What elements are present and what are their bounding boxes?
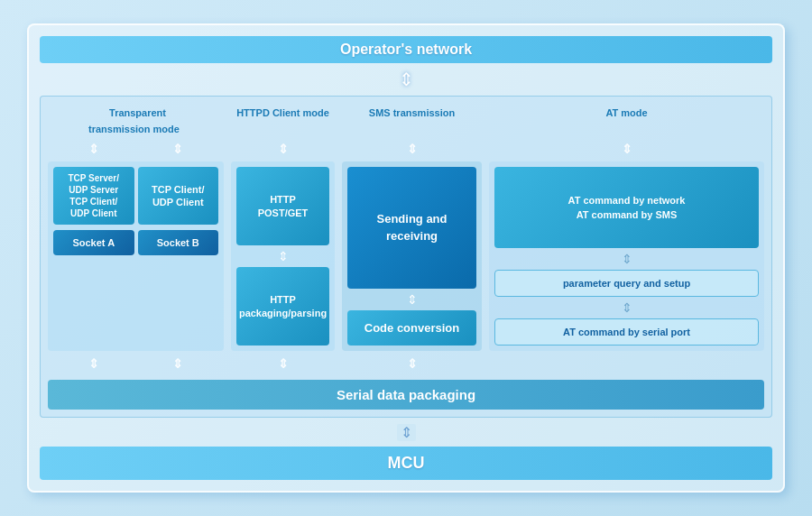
transparent-header: Transparenttransmission mode xyxy=(48,104,224,136)
trans-arrow1: ⇕ xyxy=(53,142,134,156)
at-header: AT mode xyxy=(489,104,764,136)
mcu-label: MCU xyxy=(388,454,425,472)
tcp-server-box: TCP Server/UDP ServerTCP Client/UDP Clie… xyxy=(53,167,134,225)
httpd-arrow1: ⇕ xyxy=(278,142,289,156)
operator-arrow-area: ⇕ xyxy=(40,70,772,88)
transparent-col: TCP Server/UDP ServerTCP Client/UDP Clie… xyxy=(48,161,224,351)
tcp-client-box: TCP Client/UDP Client xyxy=(138,167,219,225)
trans-bottom-arrows: ⇕ ⇕ xyxy=(48,356,224,371)
socket-row: Socket A Socket B xyxy=(53,230,218,255)
at-title: AT mode xyxy=(602,106,651,120)
socket-a-box: Socket A xyxy=(53,230,134,255)
sms-arrow1: ⇕ xyxy=(407,142,418,156)
main-diagram: Operator's network ⇕ Transparenttransmis… xyxy=(27,23,785,493)
sms-title: SMS transmission xyxy=(365,106,458,120)
httpd-header: HTTPD Client mode xyxy=(231,104,335,136)
http-pack-label: HTTPpackaging/parsing xyxy=(239,293,327,319)
at-arrow-mid: ⇕ xyxy=(494,252,759,266)
sms-send-label: Sending and receiving xyxy=(353,211,471,244)
mode-headers: Transparenttransmission mode HTTPD Clien… xyxy=(48,104,764,136)
sms-b-arrow: ⇕ xyxy=(407,356,418,371)
operator-down-arrow: ⇕ xyxy=(399,69,414,90)
httpd-title: HTTPD Client mode xyxy=(233,106,333,120)
bottom-arrows-row: ⇕ ⇕ ⇕ ⇕ xyxy=(48,356,764,371)
transparent-inner: TCP Server/UDP ServerTCP Client/UDP Clie… xyxy=(53,167,218,225)
at-arrow1: ⇕ xyxy=(622,142,632,156)
at-top-arrow: ⇕ xyxy=(489,142,764,156)
serial-mcu-arrow: ⇕ xyxy=(40,425,772,439)
http-post-label: HTTPPOST/GET xyxy=(258,193,309,219)
mcu-bar: MCU xyxy=(40,447,772,480)
tcp-client-label: TCP Client/UDP Client xyxy=(152,183,204,209)
http-pack-box: HTTPpackaging/parsing xyxy=(236,267,329,346)
socket-a-label: Socket A xyxy=(72,237,115,248)
sms-top-arrow: ⇕ xyxy=(342,142,482,156)
sms-col: Sending and receiving ⇕ Code conversion xyxy=(342,161,482,351)
trans-b-arrow1: ⇕ xyxy=(53,356,134,371)
at-serial-label: AT command by serial port xyxy=(563,327,690,337)
httpd-col: HTTPPOST/GET ⇕ HTTPpackaging/parsing xyxy=(231,161,335,351)
serial-label: Serial data packaging xyxy=(337,387,475,402)
trans-arrow2: ⇕ xyxy=(138,142,219,156)
socket-b-label: Socket B xyxy=(157,237,199,248)
at-bottom-spacer xyxy=(489,356,764,371)
transparent-title: Transparenttransmission mode xyxy=(88,106,183,136)
httpd-mid-arrow: ⇕ xyxy=(236,249,329,263)
top-arrows-row: ⇕ ⇕ ⇕ ⇕ ⇕ xyxy=(48,142,764,156)
middle-section: Transparenttransmission mode HTTPD Clien… xyxy=(40,96,772,418)
serial-bar: Serial data packaging xyxy=(48,380,764,410)
sms-send-box: Sending and receiving xyxy=(347,167,476,289)
socket-b-box: Socket B xyxy=(138,230,219,255)
httpd-b-arrow: ⇕ xyxy=(278,356,289,371)
operator-network-bar: Operator's network xyxy=(40,36,772,63)
operator-network-label: Operator's network xyxy=(340,41,472,57)
trans-left: TCP Server/UDP ServerTCP Client/UDP Clie… xyxy=(53,167,134,225)
at-param-label: parameter query and setup xyxy=(563,278,690,289)
sms-bottom-arrow: ⇕ xyxy=(342,356,482,371)
at-top-box: AT command by networkAT command by SMS xyxy=(494,167,759,248)
modes-boxes-row: TCP Server/UDP ServerTCP Client/UDP Clie… xyxy=(48,161,764,351)
serial-mcu-arrow-icon: ⇕ xyxy=(397,424,416,441)
sms-mid-arrow: ⇕ xyxy=(347,292,476,307)
at-network-label: AT command by networkAT command by SMS xyxy=(568,193,686,223)
at-param-box: parameter query and setup xyxy=(494,270,759,297)
at-col: AT command by networkAT command by SMS ⇕… xyxy=(489,161,764,351)
at-serial-box: AT command by serial port xyxy=(494,318,759,346)
transparent-top-arrows: ⇕ ⇕ xyxy=(48,142,224,156)
tcp-server-label: TCP Server/UDP ServerTCP Client/UDP Clie… xyxy=(68,172,119,219)
sms-code-box: Code conversion xyxy=(347,310,476,346)
trans-right: TCP Client/UDP Client xyxy=(138,167,219,225)
trans-b-arrow2: ⇕ xyxy=(138,356,219,371)
at-arrow-bottom: ⇕ xyxy=(494,300,759,315)
sms-header: SMS transmission xyxy=(342,104,482,136)
http-post-box: HTTPPOST/GET xyxy=(236,167,329,245)
httpd-bottom-arrow: ⇕ xyxy=(231,356,335,371)
sms-code-label: Code conversion xyxy=(364,321,459,335)
httpd-top-arrow: ⇕ xyxy=(231,142,335,156)
